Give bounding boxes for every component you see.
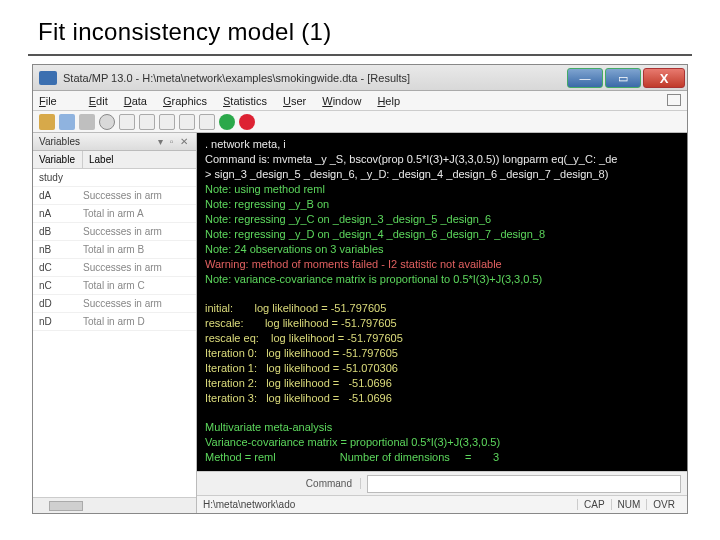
slide-title: Fit inconsistency model (1): [0, 0, 720, 54]
viewer-icon[interactable]: [119, 114, 135, 130]
divider: [28, 54, 692, 56]
variables-title-text: Variables: [39, 136, 80, 147]
minimize-glyph: —: [580, 72, 591, 84]
titlebar[interactable]: Stata/MP 13.0 - H:\meta\network\examples…: [33, 65, 687, 91]
menu-file-text: ile: [46, 95, 57, 107]
log-icon[interactable]: [99, 114, 115, 130]
results-area[interactable]: . network meta, i Command is: mvmeta _y …: [197, 133, 687, 471]
stata-window: Stata/MP 13.0 - H:\meta\network\examples…: [32, 64, 688, 514]
graph-icon[interactable]: [139, 114, 155, 130]
variables-grid[interactable]: study dASuccesses in arm nATotal in arm …: [33, 169, 196, 497]
stop-icon[interactable]: [239, 114, 255, 130]
menubar: File Edit Data Graphics Statistics User …: [33, 91, 687, 111]
toolbar: [33, 111, 687, 133]
close-glyph: X: [660, 71, 669, 86]
restore-icon[interactable]: [667, 94, 681, 106]
menu-edit[interactable]: Edit: [89, 95, 108, 107]
table-row[interactable]: nDTotal in arm D: [33, 313, 196, 331]
menu-graphics[interactable]: Graphics: [163, 95, 207, 107]
variables-grid-header: Variable Label: [33, 151, 196, 169]
table-row[interactable]: dCSuccesses in arm: [33, 259, 196, 277]
save-icon[interactable]: [59, 114, 75, 130]
table-row[interactable]: nCTotal in arm C: [33, 277, 196, 295]
menu-window[interactable]: Window: [322, 95, 361, 107]
table-row[interactable]: dDSuccesses in arm: [33, 295, 196, 313]
maximize-glyph: ▭: [618, 72, 628, 85]
panel-scrollbar[interactable]: [33, 497, 196, 513]
command-label: Command: [197, 478, 361, 489]
menu-data[interactable]: Data: [124, 95, 147, 107]
table-row[interactable]: dASuccesses in arm: [33, 187, 196, 205]
data-browser-icon[interactable]: [199, 114, 215, 130]
table-row[interactable]: study: [33, 169, 196, 187]
status-cap: CAP: [577, 499, 611, 510]
status-ovr: OVR: [646, 499, 681, 510]
col-label[interactable]: Label: [83, 151, 196, 168]
menu-help[interactable]: Help: [377, 95, 400, 107]
variables-panel-header: Variables ▾ ▫ ✕: [33, 133, 196, 151]
menu-file[interactable]: File: [39, 95, 73, 107]
titlebar-text: Stata/MP 13.0 - H:\meta\network\examples…: [63, 72, 567, 84]
table-row[interactable]: nATotal in arm A: [33, 205, 196, 223]
close-button[interactable]: X: [643, 68, 685, 88]
maximize-button[interactable]: ▭: [605, 68, 641, 88]
panel-controls[interactable]: ▾ ▫ ✕: [158, 136, 190, 147]
table-row[interactable]: nBTotal in arm B: [33, 241, 196, 259]
do-editor-icon[interactable]: [159, 114, 175, 130]
open-icon[interactable]: [39, 114, 55, 130]
status-path: H:\meta\network\ado: [203, 499, 295, 510]
go-icon[interactable]: [219, 114, 235, 130]
variables-panel: Variables ▾ ▫ ✕ Variable Label study dAS…: [33, 133, 197, 513]
minimize-button[interactable]: —: [567, 68, 603, 88]
menu-statistics[interactable]: Statistics: [223, 95, 267, 107]
statusbar: H:\meta\network\ado CAP NUM OVR: [197, 495, 687, 513]
command-bar: Command: [197, 471, 687, 495]
col-variable[interactable]: Variable: [33, 151, 83, 168]
table-row[interactable]: dBSuccesses in arm: [33, 223, 196, 241]
print-icon[interactable]: [79, 114, 95, 130]
command-input[interactable]: [367, 475, 681, 493]
status-num: NUM: [611, 499, 647, 510]
scroll-thumb[interactable]: [49, 501, 83, 511]
data-editor-icon[interactable]: [179, 114, 195, 130]
app-icon: [39, 71, 57, 85]
menu-user[interactable]: User: [283, 95, 306, 107]
